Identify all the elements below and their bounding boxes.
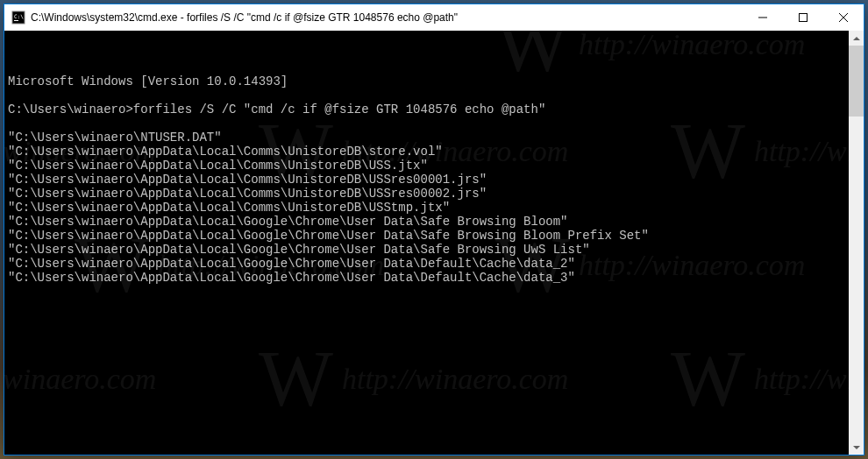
svg-marker-8 — [853, 446, 860, 449]
close-button[interactable] — [823, 4, 864, 31]
console-line — [8, 117, 845, 131]
cmd-icon: C:\ — [11, 11, 25, 25]
vertical-scrollbar[interactable] — [849, 31, 864, 455]
console-line: "C:\Users\winaero\AppData\Local\Google\C… — [8, 229, 845, 243]
console-line: Microsoft Windows [Version 10.0.14393] — [8, 74, 845, 88]
svg-marker-7 — [853, 37, 860, 40]
maximize-button[interactable] — [783, 4, 823, 31]
console-line: "C:\Users\winaero\AppData\Local\Comms\Un… — [8, 187, 845, 201]
svg-text:C:\: C:\ — [14, 13, 24, 19]
scroll-up-button[interactable] — [849, 31, 864, 46]
titlebar[interactable]: C:\ C:\Windows\system32\cmd.exe - forfil… — [4, 4, 864, 31]
svg-rect-2 — [14, 20, 18, 21]
console-area: Whttp://winaero.com Whttp://winaero.com … — [4, 31, 864, 455]
console-line: "C:\Users\winaero\AppData\Local\Comms\Un… — [8, 173, 845, 187]
svg-rect-4 — [800, 14, 808, 22]
minimize-button[interactable] — [743, 4, 783, 31]
console-line: "C:\Users\winaero\AppData\Local\Comms\Un… — [8, 201, 845, 215]
cmd-window: C:\ C:\Windows\system32\cmd.exe - forfil… — [4, 4, 864, 455]
console-line: "C:\Users\winaero\AppData\Local\Comms\Un… — [8, 159, 845, 173]
scroll-down-button[interactable] — [849, 440, 864, 455]
console-output[interactable]: Whttp://winaero.com Whttp://winaero.com … — [4, 31, 849, 455]
scroll-track[interactable] — [849, 46, 864, 440]
console-line: "C:\Users\winaero\AppData\Local\Google\C… — [8, 257, 845, 271]
console-line — [8, 88, 845, 102]
console-line: "C:\Users\winaero\NTUSER.DAT" — [8, 131, 845, 145]
console-line: "C:\Users\winaero\AppData\Local\Google\C… — [8, 271, 845, 285]
console-line: "C:\Users\winaero\AppData\Local\Google\C… — [8, 243, 845, 257]
console-line: "C:\Users\winaero\AppData\Local\Comms\Un… — [8, 145, 845, 159]
console-line: "C:\Users\winaero\AppData\Local\Google\C… — [8, 215, 845, 229]
console-line: C:\Users\winaero>forfiles /S /C "cmd /c … — [8, 102, 845, 117]
window-title: C:\Windows\system32\cmd.exe - forfiles /… — [31, 11, 743, 24]
window-controls — [743, 4, 864, 31]
scroll-thumb[interactable] — [849, 46, 864, 117]
